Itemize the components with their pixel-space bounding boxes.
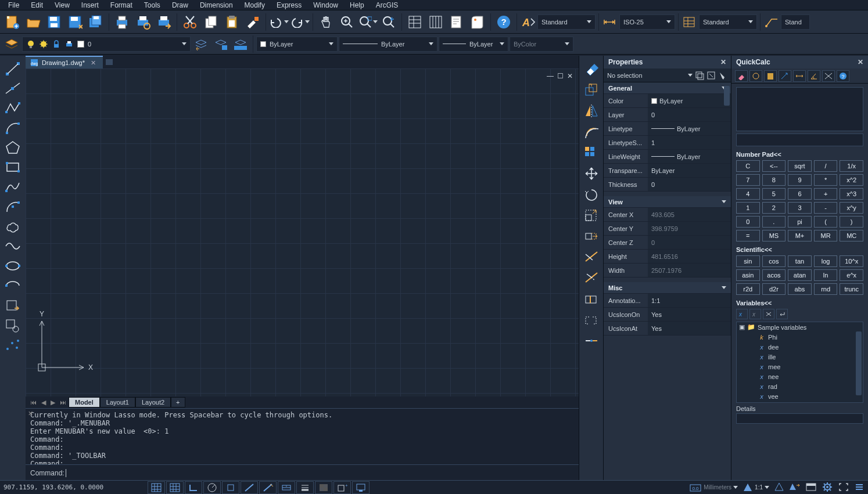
layout2-tab[interactable]: Layout2 bbox=[135, 397, 171, 408]
menu-window[interactable]: Window bbox=[307, 0, 344, 10]
properties-selection-label[interactable]: No selection bbox=[607, 72, 686, 79]
calc-key-MS[interactable]: MS bbox=[762, 230, 786, 241]
copy-button[interactable] bbox=[201, 12, 221, 32]
break-at-point-tool[interactable] bbox=[581, 289, 602, 309]
properties-button[interactable] bbox=[405, 12, 425, 32]
calc-key-d2r[interactable]: d2r bbox=[762, 283, 786, 295]
saveas-button[interactable] bbox=[65, 12, 85, 32]
calc-key-ln[interactable]: ln bbox=[814, 269, 838, 281]
text-style-button[interactable]: A bbox=[520, 12, 536, 32]
copy-tool[interactable] bbox=[581, 80, 602, 100]
annotation-scale-display[interactable]: 1:1 bbox=[743, 482, 769, 493]
property-section-header[interactable]: General bbox=[604, 82, 731, 94]
menu-help[interactable]: Help bbox=[344, 0, 370, 10]
annotation-monitor-toggle[interactable] bbox=[352, 481, 370, 494]
properties-scrollbar[interactable] bbox=[724, 86, 730, 106]
selection-cycling-toggle[interactable]: + bbox=[333, 481, 351, 494]
ellipse-arc-tool[interactable] bbox=[2, 276, 23, 295]
transparency-toggle[interactable] bbox=[315, 481, 332, 494]
calc-key-1[interactable]: 1 bbox=[736, 202, 760, 214]
table-style-button[interactable] bbox=[682, 12, 698, 32]
linetype-combo[interactable]: ByLayer bbox=[339, 37, 437, 52]
array-tool[interactable] bbox=[581, 143, 602, 163]
cut-button[interactable] bbox=[180, 12, 200, 32]
calc-key-2[interactable]: 2 bbox=[762, 202, 786, 214]
calc-key-ex[interactable]: e^x bbox=[840, 269, 863, 281]
redo-dropdown-icon[interactable] bbox=[305, 20, 310, 23]
layer-state-button[interactable] bbox=[211, 35, 230, 53]
calc-key-rnd[interactable]: rnd bbox=[814, 283, 838, 295]
calc-key-[interactable]: * bbox=[814, 174, 838, 186]
calc-key-MR[interactable]: MR bbox=[814, 230, 838, 241]
property-value[interactable]: ByLayer bbox=[648, 94, 731, 107]
line-tool[interactable] bbox=[2, 59, 23, 78]
polar-toggle[interactable] bbox=[203, 481, 221, 494]
var-delete-icon[interactable] bbox=[763, 309, 774, 319]
annotation-autoscale-toggle[interactable] bbox=[789, 482, 801, 493]
scale-tool[interactable] bbox=[581, 205, 602, 225]
var-item[interactable]: xvee bbox=[737, 391, 863, 401]
calc-key-sin[interactable]: sin bbox=[736, 255, 760, 267]
calc-key-7[interactable]: 7 bbox=[736, 174, 760, 186]
tab-nav-next[interactable]: ▶ bbox=[48, 399, 58, 406]
calc-key-[interactable]: ) bbox=[840, 216, 863, 228]
variables-details-box[interactable] bbox=[736, 413, 863, 424]
property-value[interactable]: ByLayer bbox=[648, 150, 731, 163]
property-row[interactable]: Height481.6516 bbox=[604, 250, 731, 264]
join-tool[interactable] bbox=[581, 331, 602, 351]
property-value[interactable]: ByLayer bbox=[648, 122, 731, 135]
numpad-section-title[interactable]: Number Pad<< bbox=[731, 150, 868, 160]
calc-key-sqrt[interactable]: sqrt bbox=[788, 160, 812, 172]
calc-help-icon[interactable]: ? bbox=[837, 70, 849, 82]
snap-toggle[interactable] bbox=[148, 481, 165, 494]
property-row[interactable]: Center Z0 bbox=[604, 236, 731, 250]
calc-key-atan[interactable]: atan bbox=[788, 269, 812, 281]
color-combo[interactable]: ByLayer bbox=[256, 37, 338, 52]
tab-nav-last[interactable]: ⏭ bbox=[58, 399, 69, 406]
document-tab[interactable]: dwg Drawing1.dwg* ✕ bbox=[26, 56, 103, 68]
property-row[interactable]: Center X493.605 bbox=[604, 208, 731, 222]
drawing-explorer-button[interactable] bbox=[447, 12, 467, 32]
property-value[interactable]: 0 bbox=[648, 178, 731, 191]
point-tool[interactable] bbox=[2, 336, 23, 354]
offset-tool[interactable] bbox=[581, 122, 602, 142]
menu-draw[interactable]: Draw bbox=[166, 0, 194, 10]
toggle-pickadd-icon[interactable] bbox=[695, 71, 704, 80]
calc-key-4[interactable]: 4 bbox=[736, 188, 760, 200]
undo-button[interactable] bbox=[269, 12, 289, 32]
var-item[interactable]: xmee bbox=[737, 362, 863, 372]
undo-dropdown-icon[interactable] bbox=[284, 20, 289, 23]
fullscreen-toggle[interactable] bbox=[838, 482, 849, 493]
construction-line-tool[interactable] bbox=[2, 79, 23, 98]
status-coordinates[interactable]: 907.1159, 193.6206, 0.0000 bbox=[3, 484, 103, 491]
command-history[interactable]: Currently in Window Lasso mode. Press Sp… bbox=[26, 409, 579, 464]
units-display[interactable]: 0.0Millimeters bbox=[689, 482, 738, 493]
calc-key-[interactable]: - bbox=[814, 202, 838, 214]
var-item[interactable]: kPhi bbox=[737, 332, 863, 342]
property-value[interactable]: ByLayer bbox=[648, 164, 731, 177]
calc-key-abs[interactable]: abs bbox=[788, 283, 812, 295]
new-button[interactable] bbox=[2, 12, 22, 32]
saveall-button[interactable] bbox=[86, 12, 106, 32]
break-tool[interactable] bbox=[581, 310, 602, 330]
calc-key-log[interactable]: log bbox=[814, 255, 838, 267]
calc-get-coords-icon[interactable] bbox=[779, 70, 791, 82]
menu-express[interactable]: Express bbox=[271, 0, 307, 10]
calc-key-pi[interactable]: pi bbox=[788, 216, 812, 228]
table-style-combo[interactable]: Standard bbox=[699, 15, 757, 30]
stretch-tool[interactable] bbox=[581, 226, 602, 246]
customization-menu[interactable] bbox=[854, 482, 865, 493]
calc-distance-icon[interactable] bbox=[793, 70, 806, 82]
layout1-tab[interactable]: Layout1 bbox=[100, 397, 135, 408]
property-value[interactable]: 493.605 bbox=[648, 208, 731, 221]
property-value[interactable]: Yes bbox=[648, 322, 731, 335]
lwt-toggle[interactable] bbox=[259, 481, 277, 494]
esnap-toggle[interactable] bbox=[222, 481, 239, 494]
make-block-tool[interactable] bbox=[2, 316, 23, 334]
variables-scrollbar[interactable] bbox=[856, 331, 862, 395]
mirror-tool[interactable] bbox=[581, 101, 602, 121]
quick-select-icon[interactable] bbox=[718, 71, 727, 80]
calc-key-9[interactable]: 9 bbox=[788, 174, 812, 186]
properties-panel-header[interactable]: Properties ✕ bbox=[604, 56, 731, 68]
property-value[interactable]: 481.6516 bbox=[648, 250, 731, 263]
